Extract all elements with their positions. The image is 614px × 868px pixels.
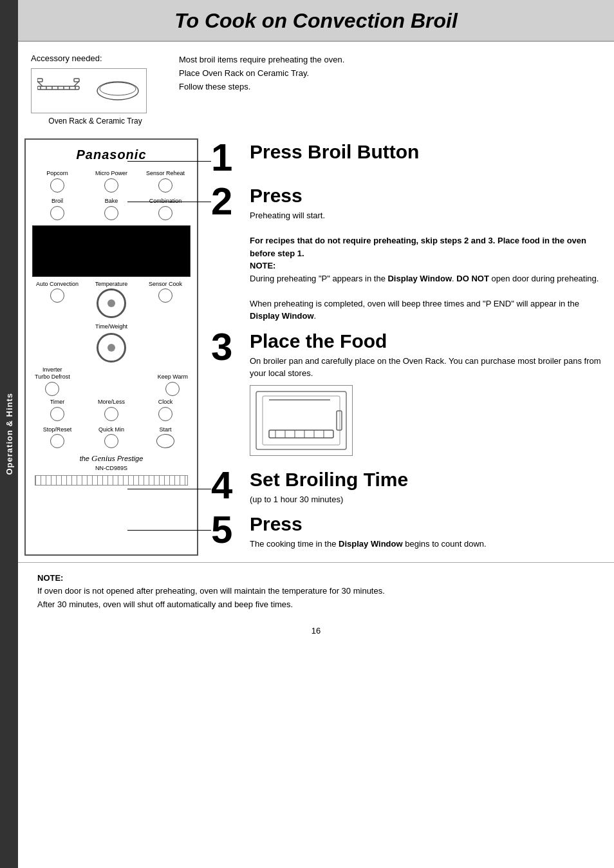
- step-2-number: 2: [211, 182, 250, 221]
- intro-text: Most broil items require preheating the …: [179, 53, 344, 126]
- btn-broil: Broil: [32, 198, 82, 220]
- bottom-note: NOTE: If oven door is not opened after p…: [18, 562, 614, 621]
- step-1-content: Press Broil Button: [250, 138, 601, 162]
- step-5: 5 Press The cooking time in the Display …: [211, 511, 601, 551]
- svg-rect-11: [74, 79, 79, 82]
- step-5-title: Press: [250, 513, 601, 534]
- step-1-number: 1: [211, 138, 250, 177]
- bottom-vent: [35, 475, 188, 486]
- btn-auto-convection: Auto Convection: [32, 281, 82, 319]
- step-4: 4 Set Broiling Time (up to 1 hour 30 min…: [211, 466, 601, 506]
- button-row4: Timer More/Less Clock: [32, 399, 191, 421]
- broiler-pan-image: [250, 385, 353, 456]
- step-5-suffix: begins to count down.: [403, 539, 487, 549]
- time-weight-dial: [97, 333, 126, 363]
- step-4-number: 4: [211, 466, 250, 505]
- btn-more-less: More/Less: [86, 399, 136, 421]
- connector-line-4: [127, 489, 211, 489]
- step-2-note2: When preheating is completed, oven will …: [250, 299, 579, 321]
- broiler-pan-svg: [253, 388, 349, 453]
- step-2-plain: Preheating will start.: [250, 211, 325, 220]
- step-5-content: Press The cooking time in the Display Wi…: [250, 511, 601, 551]
- step-2-note1: During preheating "P" appears in the Dis…: [250, 274, 599, 283]
- accessory-box: Accessory needed:: [31, 53, 160, 126]
- btn-stop-reset: Stop/Reset: [32, 426, 82, 449]
- bottom-note-text2: After 30 minutes, oven will shut off aut…: [37, 599, 293, 609]
- step-1: 1 Press Broil Button: [211, 138, 601, 177]
- step-1-title: Press Broil Button: [250, 141, 601, 162]
- middle-section: Panasonic Popcorn Micro Power Sensor Reh…: [18, 132, 614, 562]
- svg-rect-16: [337, 411, 342, 430]
- step-5-prefix: The cooking time in the: [250, 539, 339, 549]
- step-4-content: Set Broiling Time (up to 1 hour 30 minut…: [250, 466, 601, 506]
- page-header: To Cook on Convection Broil: [18, 0, 614, 42]
- panasonic-logo: Panasonic: [32, 147, 191, 162]
- button-row1: Popcorn Micro Power Sensor Reheat: [32, 170, 191, 193]
- start-button-shape: [156, 434, 174, 448]
- step-2-note-label: NOTE:: [250, 261, 275, 270]
- step-4-body: (up to 1 hour 30 minutes): [250, 493, 601, 506]
- step-2-title: Press: [250, 185, 601, 206]
- btn-clock: Clock: [140, 399, 191, 421]
- step-2: 2 Press Preheating will start. For recip…: [211, 182, 601, 323]
- btn-micro-power: Micro Power: [86, 170, 136, 193]
- step-3-content: Place the Food On broiler pan and carefu…: [250, 328, 601, 461]
- btn-temperature: Temperature: [86, 281, 136, 319]
- step-4-title: Set Broiling Time: [250, 469, 601, 490]
- btn-inverter: Inverter Turbo Defrost: [35, 366, 70, 396]
- page-title: To Cook on Convection Broil: [24, 9, 608, 33]
- bottom-note-label: NOTE:: [37, 573, 63, 583]
- top-section: Accessory needed:: [18, 42, 614, 132]
- main-content: To Cook on Convection Broil Accessory ne…: [18, 0, 614, 645]
- inverter-row: Inverter Turbo Defrost Keep Warm: [32, 366, 191, 396]
- bottom-note-text1: If oven door is not opened after preheat…: [37, 586, 385, 596]
- btn-sensor-cook: Sensor Cook: [140, 281, 191, 319]
- svg-point-13: [100, 82, 136, 95]
- button-row5: Stop/Reset Quick Min Start: [32, 426, 191, 449]
- step-3: 3 Place the Food On broiler pan and care…: [211, 328, 601, 461]
- step-2-content: Press Preheating will start. For recipes…: [250, 182, 601, 323]
- intro-line2: Place Oven Rack on Ceramic Tray.: [179, 68, 309, 78]
- accessory-image: [31, 68, 147, 113]
- btn-start: Start: [140, 426, 191, 449]
- button-row3: Auto Convection Temperature Sensor Cook: [32, 281, 191, 319]
- accessory-label: Accessory needed:: [31, 53, 160, 63]
- svg-point-12: [97, 82, 138, 100]
- ceramic-tray-icon: [95, 77, 140, 106]
- model-label: NN-CD989S: [32, 465, 191, 471]
- connector-line-2: [127, 202, 211, 202]
- btn-timer: Timer: [32, 399, 82, 421]
- display-screen: [32, 225, 191, 277]
- oven-rack-icon: [37, 75, 82, 107]
- brand-script: the Genius Prestige: [32, 453, 191, 464]
- btn-quick-min: Quick Min: [86, 426, 136, 449]
- sidebar: Operation & Hints: [0, 0, 18, 868]
- accessory-caption: Oven Rack & Ceramic Tray: [31, 117, 160, 126]
- step-5-bold: Display Window: [339, 539, 403, 549]
- time-weight-section: Time/Weight: [32, 323, 191, 363]
- steps-column: 1 Press Broil Button 2 Press Preheating …: [211, 138, 601, 556]
- btn-popcorn: Popcorn: [32, 170, 82, 193]
- step-3-body: On broiler pan and carefully place on th…: [250, 355, 601, 380]
- btn-keep-warm: Keep Warm: [158, 373, 188, 396]
- svg-rect-10: [37, 79, 42, 82]
- step-5-body: The cooking time in the Display Window b…: [250, 538, 601, 551]
- intro-line1: Most broil items require preheating the …: [179, 55, 344, 64]
- step-5-number: 5: [211, 511, 250, 549]
- step-3-title: Place the Food: [250, 330, 601, 352]
- connector-line-5: [127, 530, 211, 531]
- temperature-dial: [97, 288, 126, 318]
- step-2-bold: For recipes that do not require preheati…: [250, 236, 586, 258]
- connector-line-1: [127, 161, 211, 162]
- sidebar-label: Operation & Hints: [5, 393, 14, 475]
- page-number: 16: [18, 621, 614, 645]
- time-weight-label: Time/Weight: [32, 323, 191, 330]
- btn-sensor-reheat: Sensor Reheat: [140, 170, 191, 193]
- intro-line3: Follow these steps.: [179, 82, 250, 91]
- step-3-number: 3: [211, 328, 250, 366]
- step-2-body: Preheating will start. For recipes that …: [250, 209, 601, 323]
